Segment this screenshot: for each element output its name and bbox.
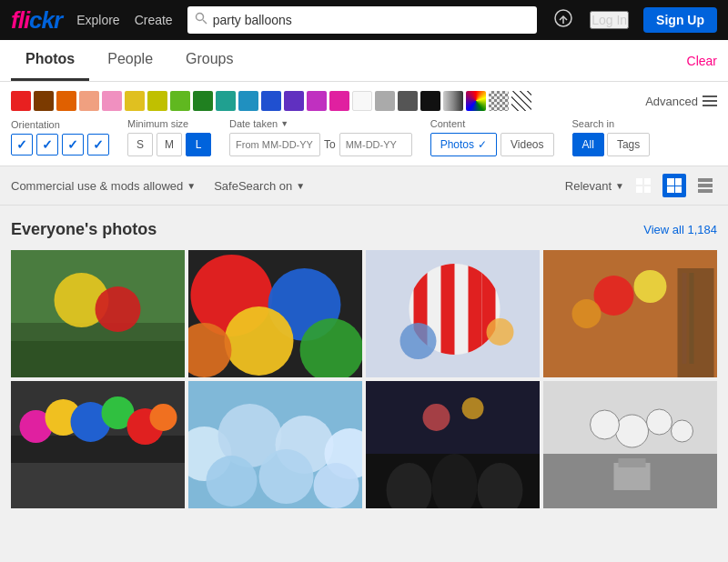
tab-groups[interactable]: Groups xyxy=(171,40,248,81)
advanced-button[interactable]: Advanced xyxy=(645,95,717,108)
svg-point-46 xyxy=(207,456,258,507)
swatch-darkgray[interactable] xyxy=(398,91,418,111)
create-nav[interactable]: Create xyxy=(135,13,173,27)
size-s[interactable]: S xyxy=(127,133,153,156)
svg-point-23 xyxy=(487,318,514,346)
swatch-white[interactable] xyxy=(352,91,372,111)
tab-photos[interactable]: Photos xyxy=(11,40,89,81)
safesearch-chevron-icon: ▼ xyxy=(296,181,305,191)
searchin-label: Search in xyxy=(572,118,651,129)
view-all-count-value: 1,184 xyxy=(687,223,717,236)
orientation-landscape[interactable]: ✓ xyxy=(11,134,33,156)
searchin-tags[interactable]: Tags xyxy=(607,133,650,156)
check-icon: ✓ xyxy=(93,137,104,152)
size-m[interactable]: M xyxy=(157,133,182,156)
minsize-options: S M L xyxy=(127,133,211,156)
view-grid-2-button[interactable] xyxy=(632,174,655,197)
explore-nav[interactable]: Explore xyxy=(76,13,119,27)
svg-point-58 xyxy=(616,415,649,447)
svg-rect-30 xyxy=(682,273,687,364)
svg-point-59 xyxy=(647,409,672,435)
content-videos-label: Videos xyxy=(511,138,543,151)
search-icon xyxy=(195,12,207,28)
svg-point-54 xyxy=(423,404,450,431)
advanced-label: Advanced xyxy=(645,95,698,108)
signup-button[interactable]: Sign Up xyxy=(643,7,717,33)
swatch-lightgray[interactable] xyxy=(375,91,395,111)
content-photos-label: Photos xyxy=(440,138,474,151)
svg-point-7 xyxy=(96,286,141,332)
commercial-filter[interactable]: Commercial use & mods allowed ▼ xyxy=(11,179,196,193)
swatch-purple[interactable] xyxy=(284,91,304,111)
safesearch-filter[interactable]: SafeSearch on ▼ xyxy=(214,179,305,193)
swatch-brown[interactable] xyxy=(34,91,54,111)
view-grid-4-button[interactable] xyxy=(662,174,686,197)
tab-people[interactable]: People xyxy=(93,40,167,81)
photo-1[interactable] xyxy=(11,250,185,377)
swatch-checkered[interactable] xyxy=(489,91,509,111)
photo-2[interactable] xyxy=(188,250,362,377)
svg-point-55 xyxy=(462,397,484,419)
swatch-orange[interactable] xyxy=(56,91,76,111)
svg-point-12 xyxy=(225,306,294,376)
date-inputs: To xyxy=(229,133,412,156)
main-content: Everyone's photos View all 1,184 xyxy=(0,206,728,523)
swatch-colorful[interactable] xyxy=(466,91,486,111)
photo-8[interactable] xyxy=(543,381,717,508)
swatch-cyan[interactable] xyxy=(238,91,258,111)
swatch-teal[interactable] xyxy=(216,91,236,111)
grid-4-icon xyxy=(667,178,682,193)
searchin-filter: Search in All Tags xyxy=(572,118,651,156)
section-header: Everyone's photos View all 1,184 xyxy=(11,220,717,239)
date-from-input[interactable] xyxy=(229,133,320,156)
safesearch-label: SafeSearch on xyxy=(214,179,292,193)
date-to-input[interactable] xyxy=(339,133,412,156)
svg-point-0 xyxy=(196,14,203,21)
search-input[interactable] xyxy=(213,13,531,27)
swatch-blue[interactable] xyxy=(261,91,281,111)
orientation-square[interactable]: ✓ xyxy=(62,134,84,156)
commercial-chevron-icon: ▼ xyxy=(187,181,196,191)
swatch-magenta[interactable] xyxy=(329,91,349,111)
content-filter: Content Photos ✓ Videos xyxy=(430,118,554,156)
orientation-portrait[interactable]: ✓ xyxy=(36,134,58,156)
swatch-gray-gradient[interactable] xyxy=(443,91,463,111)
searchin-all[interactable]: All xyxy=(572,133,604,156)
svg-point-28 xyxy=(572,299,602,328)
upload-button[interactable] xyxy=(551,9,575,32)
filter-controls: Orientation ✓ ✓ ✓ ✓ Minimum size S M L D… xyxy=(11,118,717,156)
filter-area: Advanced Orientation ✓ ✓ ✓ ✓ Minimum siz… xyxy=(0,82,728,166)
swatch-pink[interactable] xyxy=(102,91,122,111)
search-bar xyxy=(187,6,538,34)
sort-filter[interactable]: Relevant ▼ xyxy=(565,179,624,193)
login-button[interactable]: Log In xyxy=(590,11,629,29)
swatch-violet[interactable] xyxy=(307,91,327,111)
photo-6[interactable] xyxy=(188,381,362,508)
view-all-label: View all xyxy=(643,223,684,236)
size-l[interactable]: L xyxy=(186,133,211,156)
swatch-green1[interactable] xyxy=(170,91,190,111)
swatch-yellow2[interactable] xyxy=(147,91,167,111)
swatch-pattern[interactable] xyxy=(511,91,531,111)
photo-3[interactable] xyxy=(366,250,540,377)
swatch-red[interactable] xyxy=(11,91,31,111)
commercial-label: Commercial use & mods allowed xyxy=(11,179,183,193)
minsize-label: Minimum size xyxy=(127,118,211,129)
date-taken-label: Date taken ▼ xyxy=(229,118,412,129)
view-list-button[interactable] xyxy=(693,174,717,197)
orientation-panorama[interactable]: ✓ xyxy=(87,134,109,156)
photo-5[interactable] xyxy=(11,381,185,508)
header: flickr Explore Create Log In Sign Up xyxy=(0,0,728,40)
photo-4[interactable] xyxy=(543,250,717,377)
photo-7[interactable] xyxy=(366,381,540,508)
content-videos[interactable]: Videos xyxy=(500,133,553,156)
check-icon: ✓ xyxy=(16,137,27,152)
swatch-black[interactable] xyxy=(420,91,440,111)
clear-button[interactable]: Clear xyxy=(687,54,717,68)
swatch-yellow[interactable] xyxy=(125,91,145,111)
swatch-salmon[interactable] xyxy=(79,91,99,111)
content-photos[interactable]: Photos ✓ xyxy=(430,133,497,156)
date-filter: Date taken ▼ To xyxy=(229,118,412,156)
swatch-green2[interactable] xyxy=(193,91,213,111)
view-all-link[interactable]: View all 1,184 xyxy=(643,223,717,236)
